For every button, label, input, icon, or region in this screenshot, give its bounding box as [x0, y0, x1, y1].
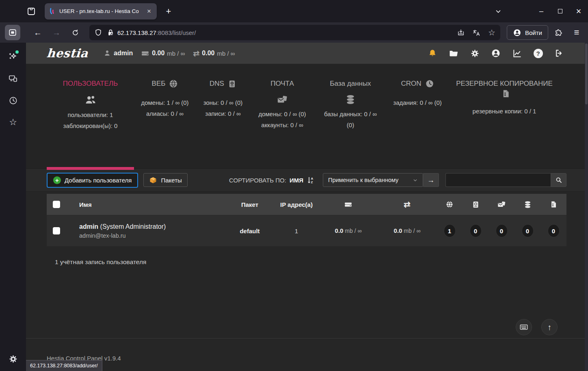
server-settings-gear-icon[interactable] — [469, 48, 480, 59]
ai-chat-sparkle-icon[interactable] — [6, 50, 19, 63]
maximize-button[interactable] — [551, 3, 569, 20]
browser-vertical-sidebar: ☆ — [0, 43, 26, 371]
help-question-icon[interactable]: ? — [533, 48, 543, 59]
notification-dot — [15, 50, 19, 54]
search-input[interactable] — [445, 173, 551, 187]
notifications-bell-icon[interactable] — [427, 48, 438, 59]
scroll-to-top-button[interactable]: ↑ — [541, 319, 558, 335]
panel-backup[interactable]: РЕЗЕРВНОЕ КОПИРОВАНИЕ резервные копии: 0… — [456, 78, 553, 117]
tab-list-chevron-icon[interactable] — [489, 3, 508, 20]
panel-mail-title: ПОЧТА — [256, 78, 309, 89]
reload-button[interactable] — [68, 26, 82, 39]
panel-db[interactable]: База данных базы данных: 0 / ∞ (0) — [320, 78, 381, 130]
username: admin — [114, 50, 133, 57]
bookmarks-star-icon[interactable]: ☆ — [6, 116, 19, 129]
panel-users-title: ПОЛЬЗОВАТЕЛЬ — [47, 78, 134, 89]
row-email: admin@tex-lab.ru — [79, 232, 225, 239]
lock-warning-icon[interactable] — [106, 28, 115, 37]
synced-tabs-devices-icon[interactable] — [6, 72, 19, 85]
stat-line: алиасы: 0 / ∞ — [141, 108, 189, 119]
panel-dns[interactable]: DNS зоны: 0 / ∞ (0) записи: 0 — [201, 78, 245, 119]
account-circle-icon[interactable] — [491, 48, 501, 59]
row-disk-usage: 0.0 mb / ∞ — [319, 227, 378, 234]
url-host: 62.173.138.27 — [117, 29, 156, 36]
row-package: default — [225, 228, 274, 234]
minimize-button[interactable]: – — [532, 3, 551, 20]
svg-text:Z: Z — [311, 180, 313, 184]
url-bar[interactable]: 62.173.138.27:8083/list/user/ ☆ — [89, 25, 500, 40]
select-all-checkbox[interactable] — [53, 201, 60, 208]
history-clock-icon[interactable] — [6, 94, 19, 107]
db-count-badge[interactable]: 0 — [521, 224, 534, 238]
file-manager-folder-icon[interactable] — [448, 48, 459, 59]
column-dns-book-icon — [463, 201, 489, 208]
logged-in-user[interactable]: admin — [104, 50, 133, 57]
menu-hamburger-icon[interactable]: ≡ — [569, 25, 584, 40]
keyboard-shortcuts-button[interactable] — [516, 319, 532, 335]
browser-tab[interactable]: USER - pn.tex-lab.ru - Hestia Co × — [45, 3, 157, 20]
logout-icon[interactable] — [554, 48, 564, 59]
translate-icon[interactable] — [472, 28, 481, 37]
shield-icon[interactable] — [94, 28, 102, 37]
bandwidth-usage: ⇄ 0.00 mb / ∞ — [193, 49, 235, 58]
bulk-action-select[interactable]: Применить к выбранному — [323, 173, 423, 187]
urlbar-action-icons: ☆ — [457, 28, 495, 37]
firefox-view-icon[interactable] — [25, 5, 37, 17]
svg-text:A: A — [311, 177, 313, 180]
column-name[interactable]: Имя — [66, 201, 225, 208]
backup-count-badge[interactable]: 0 — [547, 224, 560, 238]
keyboard-icon — [519, 323, 528, 332]
panel-db-title: База данных — [320, 78, 381, 89]
back-button[interactable]: ← — [31, 26, 45, 39]
column-package[interactable]: Пакет — [225, 201, 274, 208]
new-tab-button[interactable]: + — [162, 4, 175, 18]
download-icon[interactable] — [457, 28, 465, 37]
row-bandwidth-usage: 0.0 mb / ∞ — [378, 227, 437, 234]
close-window-button[interactable]: × — [569, 3, 588, 20]
sort-control[interactable]: СОРТИРОВАТЬ ПО: ИМЯ A Z — [229, 176, 315, 184]
sidebar-toggle-button[interactable] — [5, 25, 20, 40]
hestia-favicon — [49, 8, 56, 15]
column-mail-icon — [489, 200, 514, 209]
version-text[interactable]: Hestia Control Panel v1.9.4 — [47, 355, 585, 362]
active-tab-indicator — [47, 167, 134, 170]
row-checkbox[interactable] — [53, 227, 60, 234]
header-icons: ? — [427, 48, 564, 59]
stat-line: записи: 0 / ∞ — [201, 108, 245, 119]
extensions-puzzle-icon[interactable] — [551, 25, 566, 40]
panel-users[interactable]: ПОЛЬЗОВАТЕЛЬ пользователи: 1 заблокирова… — [47, 78, 134, 131]
panel-mail[interactable]: ПОЧТА домены: 0 / ∞ (0) аккаунты: 0 / ∞ — [256, 78, 309, 130]
users-icon — [47, 94, 134, 106]
dns-count-badge[interactable]: 0 — [469, 224, 482, 238]
tab-bar: USER - pn.tex-lab.ru - Hestia Co × + – × — [0, 0, 588, 22]
search-button[interactable] — [551, 173, 566, 187]
bulk-action-value: Применить к выбранному — [328, 177, 398, 183]
web-count-badge[interactable]: 1 — [443, 224, 456, 238]
page-scrollbar[interactable] — [585, 43, 588, 371]
stat-line: аккаунты: 0 / ∞ — [256, 119, 309, 130]
bookmark-star-icon[interactable]: ☆ — [488, 28, 495, 37]
column-ip[interactable]: IP адрес(а) — [274, 201, 319, 208]
sidebar-settings-gear-icon[interactable] — [6, 352, 19, 365]
column-database-icon — [514, 200, 540, 209]
login-button[interactable]: Войти — [507, 25, 548, 40]
login-label: Войти — [525, 29, 542, 36]
panel-web[interactable]: ВЕБ домены: 1 / ∞ (0) алиасы: 0 / ∞ — [141, 78, 189, 119]
hestia-logo[interactable]: hestia — [46, 46, 89, 60]
bandwidth-suffix: mb / ∞ — [217, 50, 235, 57]
scrollbar-thumb[interactable] — [585, 43, 588, 104]
apply-action-button[interactable]: → — [423, 173, 439, 187]
column-web-globe-icon — [437, 200, 463, 208]
packages-button[interactable]: Пакеты — [143, 173, 187, 187]
forward-button[interactable]: → — [50, 26, 63, 39]
row-username[interactable]: admin — [79, 223, 98, 230]
column-backup-zip-icon — [540, 201, 566, 208]
sort-label: СОРТИРОВАТЬ ПО: — [229, 177, 286, 184]
add-user-button[interactable]: + Добавить пользователя — [47, 173, 138, 188]
panel-cron[interactable]: CRON задания: 0 / ∞ (0) — [393, 78, 442, 108]
tab-close-icon[interactable]: × — [145, 7, 153, 15]
mail-count-badge[interactable]: 0 — [495, 224, 508, 238]
backup-zip-icon — [502, 89, 510, 98]
table-row[interactable]: admin (System Administrator) admin@tex-l… — [47, 215, 566, 246]
statistics-chart-icon[interactable] — [512, 48, 522, 59]
